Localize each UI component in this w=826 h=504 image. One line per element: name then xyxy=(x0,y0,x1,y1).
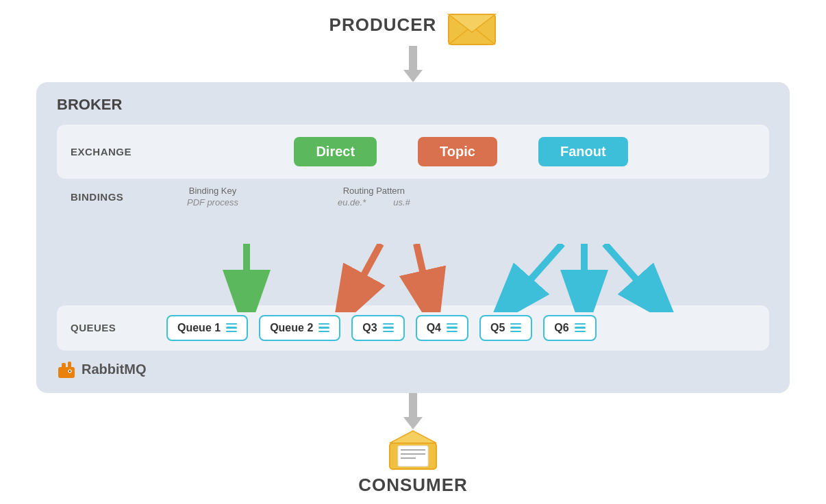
queue-4[interactable]: Q4 xyxy=(416,315,468,341)
exchange-label: EXCHANGE xyxy=(71,146,146,158)
bindings-queues-section: BINDINGS Binding Key PDF process Routing… xyxy=(57,179,769,351)
topic-routing-values: eu.de.* us.# xyxy=(338,197,410,207)
exchange-row: EXCHANGE Direct Topic Fanout xyxy=(57,125,769,179)
consumer-label: CONSUMER xyxy=(358,475,468,496)
binding-direct-annotation: Binding Key PDF process xyxy=(187,186,238,207)
exchange-direct-button[interactable]: Direct xyxy=(294,137,377,166)
svg-rect-15 xyxy=(68,362,71,370)
binding-pdf-value: PDF process xyxy=(187,197,238,207)
bindings-area: BINDINGS Binding Key PDF process Routing… xyxy=(57,179,769,244)
consumer-envelope-icon xyxy=(388,429,438,470)
svg-rect-20 xyxy=(398,446,428,466)
exchange-topic-button[interactable]: Topic xyxy=(418,137,497,166)
producer-label: PRODUCER xyxy=(329,14,437,36)
queue-5[interactable]: Q5 xyxy=(479,315,532,341)
svg-rect-13 xyxy=(58,367,75,378)
queue-3[interactable]: Q3 xyxy=(351,315,404,341)
binding-key-label: Binding Key xyxy=(187,186,238,196)
broker-label: BROKER xyxy=(57,96,769,114)
queue-6[interactable]: Q6 xyxy=(543,315,596,341)
svg-line-9 xyxy=(416,244,430,304)
topic-value2: us.# xyxy=(393,197,410,207)
queue-lines-icon-3 xyxy=(383,323,394,333)
bindings-label: BINDINGS xyxy=(71,186,146,203)
queue-lines-icon xyxy=(226,323,237,333)
queue-lines-icon-2 xyxy=(318,323,329,333)
queue-lines-icon-6 xyxy=(575,323,586,333)
arrow-broker-to-consumer xyxy=(403,393,423,429)
svg-line-10 xyxy=(509,244,562,304)
rabbitmq-icon xyxy=(57,360,76,379)
queue-1[interactable]: Queue 1 xyxy=(166,315,248,341)
broker-box: BROKER EXCHANGE Direct Topic Fanout BIND… xyxy=(36,82,790,393)
binding-topic-annotation: Routing Pattern eu.de.* us.# xyxy=(338,186,410,207)
queue-lines-icon-5 xyxy=(510,323,521,333)
queues-label: QUEUES xyxy=(71,322,146,333)
exchanges-container: Direct Topic Fanout xyxy=(146,137,755,166)
producer-section: PRODUCER xyxy=(329,9,497,46)
producer-envelope-icon xyxy=(447,9,497,46)
queue-lines-icon-4 xyxy=(447,323,458,333)
routing-pattern-label: Routing Pattern xyxy=(338,186,410,196)
rabbitmq-label: RabbitMQ xyxy=(82,362,146,377)
exchange-fanout-button[interactable]: Fanout xyxy=(538,137,628,166)
queues-container: Queue 1 Queue 2 xyxy=(146,315,755,341)
svg-marker-19 xyxy=(390,431,436,443)
rabbitmq-row: RabbitMQ xyxy=(57,360,769,379)
topic-value1: eu.de.* xyxy=(338,197,366,207)
svg-line-8 xyxy=(348,244,381,304)
queue-2[interactable]: Queue 2 xyxy=(259,315,340,341)
diagram-container: PRODUCER BROKER EXCHANGE Direct Topic Fa… xyxy=(36,9,790,496)
queues-row: QUEUES Queue 1 Queue 2 xyxy=(57,305,769,351)
svg-point-17 xyxy=(69,370,71,371)
arrow-producer-to-broker xyxy=(403,46,423,82)
svg-rect-14 xyxy=(62,363,66,370)
consumer-section: CONSUMER xyxy=(358,429,468,496)
svg-line-12 xyxy=(605,244,658,304)
arrows-svg xyxy=(57,244,769,312)
